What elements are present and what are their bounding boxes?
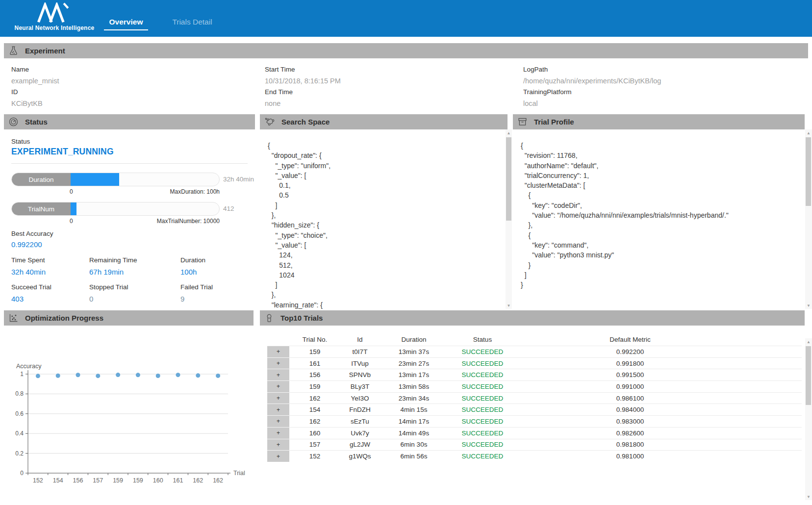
cell-default-metric: 0.992200 bbox=[517, 346, 743, 357]
col-default-metric: Default Metric bbox=[517, 334, 743, 345]
y-axis-label: Accuracy bbox=[16, 363, 42, 370]
col-expand bbox=[267, 334, 289, 345]
cell-id: FnDZH bbox=[340, 404, 380, 415]
y-tick-label: 0.4 bbox=[15, 430, 24, 437]
scroll-down-icon[interactable]: ▼ bbox=[805, 493, 812, 500]
duration-bar-fill bbox=[71, 173, 119, 186]
status-title: Status bbox=[25, 118, 48, 126]
expand-row-button[interactable]: + bbox=[267, 357, 289, 369]
scrollbar-thumb[interactable] bbox=[806, 346, 811, 405]
logpath-label: LogPath bbox=[523, 64, 661, 75]
trialnum-bar-label: TrialNum bbox=[12, 202, 71, 215]
trial-profile-scrollbar[interactable]: ▲ ▼ bbox=[805, 129, 812, 309]
trials-table-body: +159t0I7T13min 37sSUCCEEDED0.992200+161I… bbox=[267, 346, 802, 462]
search-space-title: Search Space bbox=[281, 118, 330, 126]
scrollbar-thumb[interactable] bbox=[506, 137, 511, 221]
cell-id: Uvk7y bbox=[340, 428, 380, 439]
stat-value-succeed-trial: 403 bbox=[11, 295, 89, 307]
top10-panel: Top10 Trials Trial No. Id Duration Statu… bbox=[260, 310, 805, 502]
expand-row-button[interactable]: + bbox=[267, 450, 289, 462]
cell-default-metric: 0.981800 bbox=[517, 439, 743, 451]
gauge-icon bbox=[8, 117, 19, 127]
flask-icon bbox=[8, 46, 19, 56]
duration-max: MaxDuration: 100h bbox=[170, 188, 220, 195]
scatter-point bbox=[196, 373, 200, 378]
expand-row-button[interactable]: + bbox=[267, 404, 289, 415]
table-row: +162YeI3O23min 34sSUCCEEDED0.986100 bbox=[267, 392, 802, 404]
expand-row-button[interactable]: + bbox=[267, 369, 289, 380]
scatter-chart-icon bbox=[8, 313, 19, 323]
cell-id: SPNVb bbox=[340, 369, 380, 380]
scatter-point bbox=[36, 374, 40, 378]
cell-default-metric: 0.991800 bbox=[517, 358, 743, 369]
tab-overview[interactable]: Overview bbox=[104, 18, 148, 29]
stat-value-time-spent: 32h 40min bbox=[11, 268, 89, 283]
cell-default-metric: 0.991500 bbox=[517, 369, 743, 380]
trialnum-progress-bar: TrialNum bbox=[11, 202, 220, 216]
x-tick-label: 159 bbox=[113, 477, 123, 484]
cell-status: SUCCEEDED bbox=[448, 369, 517, 380]
expand-row-button[interactable]: + bbox=[267, 346, 289, 357]
expand-row-button[interactable]: + bbox=[267, 439, 289, 451]
trial-profile-json: { "revision": 11768, "authorName": "defa… bbox=[521, 141, 729, 290]
tab-trials-detail[interactable]: Trials Detail bbox=[165, 18, 219, 29]
trialnum-bar-fill bbox=[71, 202, 76, 215]
cell-id: BLy3T bbox=[340, 381, 380, 392]
platform-value: local bbox=[523, 98, 661, 109]
trialnum-bar-scale: 0 MaxTrialNumber: 10000 bbox=[11, 218, 220, 225]
table-row: +162sEzTu14min 17sSUCCEEDED0.983000 bbox=[267, 415, 802, 427]
cell-status: SUCCEEDED bbox=[448, 381, 517, 392]
cell-id: gL2JW bbox=[340, 439, 380, 451]
scroll-up-icon[interactable]: ▲ bbox=[805, 338, 812, 345]
col-duration: Duration bbox=[380, 334, 448, 345]
scrollbar-thumb[interactable] bbox=[806, 137, 811, 206]
end-time-label: End Time bbox=[265, 86, 341, 98]
table-row: +159t0I7T13min 37sSUCCEEDED0.992200 bbox=[267, 346, 802, 357]
y-tick-label: 0.8 bbox=[15, 390, 24, 397]
table-row: +159BLy3T13min 58sSUCCEEDED0.991000 bbox=[267, 380, 802, 392]
scroll-down-icon[interactable]: ▼ bbox=[506, 302, 512, 309]
expand-row-button[interactable]: + bbox=[267, 427, 289, 439]
scroll-up-icon[interactable]: ▲ bbox=[805, 129, 812, 136]
scroll-down-icon[interactable]: ▼ bbox=[805, 302, 812, 309]
x-tick-label: 156 bbox=[73, 477, 83, 484]
archive-box-icon bbox=[517, 117, 528, 127]
cell-duration: 14min 17s bbox=[380, 416, 448, 427]
top10-section-header: Top10 Trials bbox=[260, 310, 805, 326]
table-row: +157gL2JW6min 30sSUCCEEDED0.981800 bbox=[267, 439, 802, 451]
cell-default-metric: 0.981000 bbox=[517, 451, 743, 462]
cell-trial-no: 159 bbox=[289, 346, 340, 357]
cell-id: g1WQs bbox=[340, 451, 380, 462]
experiment-col-1: Name example_mnist ID KCiBytKB bbox=[11, 64, 59, 109]
optimization-title: Optimization Progress bbox=[25, 314, 103, 322]
y-tick-label: 0.2 bbox=[15, 450, 24, 457]
duration-bar-scale: 0 MaxDuration: 100h bbox=[11, 188, 220, 195]
start-time-value: 10/31/2018, 8:16:15 PM bbox=[265, 75, 341, 86]
search-space-scrollbar[interactable]: ▲ ▼ bbox=[506, 129, 512, 309]
status-panel: Status Status EXPERIMENT_RUNNING Duratio… bbox=[4, 114, 255, 309]
scatter-point bbox=[116, 373, 120, 377]
experiment-col-2: Start Time 10/31/2018, 8:16:15 PM End Ti… bbox=[265, 64, 341, 109]
cell-status: SUCCEEDED bbox=[448, 439, 517, 451]
stat-label-duration: Duration bbox=[180, 256, 244, 268]
molecule-icon bbox=[264, 117, 275, 127]
expand-row-button[interactable]: + bbox=[267, 415, 289, 427]
cell-duration: 23min 34s bbox=[380, 393, 448, 404]
id-label: ID bbox=[11, 86, 59, 98]
cell-id: t0I7T bbox=[340, 346, 380, 357]
trialnum-bar-value: 412 bbox=[223, 205, 234, 212]
x-tick-label: 160 bbox=[153, 477, 163, 484]
start-time-label: Start Time bbox=[265, 64, 341, 75]
top10-scrollbar[interactable]: ▲ ▼ bbox=[805, 338, 812, 500]
cell-id: YeI3O bbox=[340, 393, 380, 404]
logpath-value: /home/quzha/nni/experiments/KCiBytKB/log bbox=[523, 75, 661, 86]
status-field-label: Status bbox=[11, 138, 30, 145]
expand-row-button[interactable]: + bbox=[267, 392, 289, 404]
scroll-up-icon[interactable]: ▲ bbox=[506, 129, 512, 136]
duration-min: 0 bbox=[70, 188, 73, 195]
cell-default-metric: 0.982600 bbox=[517, 428, 743, 439]
nni-overview-page: Neural Network Intelligence Overview Tri… bbox=[0, 0, 812, 505]
cell-duration: 13min 37s bbox=[380, 346, 448, 357]
stat-value-failed-trial: 9 bbox=[180, 295, 244, 307]
expand-row-button[interactable]: + bbox=[267, 380, 289, 392]
